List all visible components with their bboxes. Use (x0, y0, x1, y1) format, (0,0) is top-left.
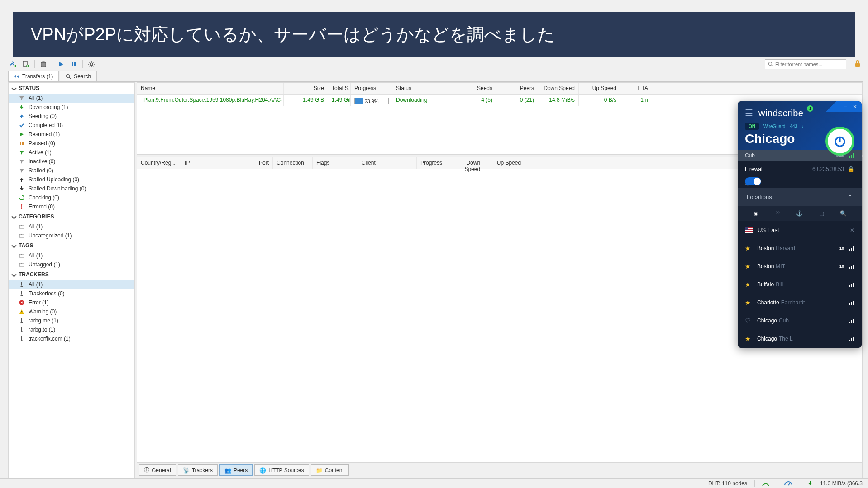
sidebar-item[interactable]: Stalled Downloading (0) (9, 184, 134, 193)
categories-header[interactable]: CATEGORIES (9, 211, 134, 222)
tab-content[interactable]: 📁Content (311, 464, 349, 476)
resume-button[interactable] (57, 60, 65, 68)
vpn-server-item[interactable]: ★ CharlotteEarnhardt (738, 294, 862, 312)
compass-icon[interactable]: ◉ (751, 210, 760, 217)
tab-search[interactable]: Search (60, 71, 97, 81)
heart-icon[interactable]: ♡ (773, 210, 782, 217)
network-icon (762, 481, 769, 486)
search-icon[interactable]: 🔍 (839, 210, 848, 217)
col-ip[interactable]: IP (181, 157, 255, 169)
tab-general[interactable]: ⓘGeneral (139, 464, 176, 476)
delete-button[interactable] (39, 60, 48, 68)
chevron-right-icon[interactable]: › (802, 124, 803, 129)
lock-icon[interactable] (854, 60, 863, 69)
port-label[interactable]: 443 (790, 124, 797, 129)
col-client[interactable]: Client (358, 157, 417, 169)
status-header[interactable]: STATUS (9, 83, 134, 94)
sidebar-item-label: Trackerless (0) (29, 290, 65, 297)
sidebar-item[interactable]: trackerfix.com (1) (9, 334, 134, 343)
col-eta[interactable]: ETA (620, 83, 652, 94)
col-down-speed[interactable]: Down Speed (538, 83, 579, 94)
sidebar-item[interactable]: Trackerless (0) (9, 289, 134, 298)
vpn-window[interactable]: − ✕ ☰ windscribe 1 ON WireGuard 443 › Ch… (738, 101, 862, 348)
config-icon[interactable]: ▢ (817, 210, 826, 217)
star-icon[interactable]: ★ (745, 299, 751, 306)
sidebar-item[interactable]: Stalled (0) (9, 166, 134, 175)
tab-trackers[interactable]: 📡Trackers (178, 464, 218, 476)
star-icon[interactable]: ★ (745, 281, 751, 288)
vpn-server-item[interactable]: ★ BuffaloBill (738, 275, 862, 294)
star-icon[interactable]: ★ (745, 335, 751, 342)
sidebar-item[interactable]: Downloading (1) (9, 103, 134, 112)
sidebar-item[interactable]: Checking (0) (9, 193, 134, 202)
col-peer-down[interactable]: Down Speed (446, 157, 484, 169)
protocol-label[interactable]: WireGuard (763, 124, 785, 129)
sidebar: STATUS All (1)Downloading (1)Seeding (0)… (8, 82, 135, 478)
heart-icon[interactable]: ♡ (745, 317, 751, 324)
col-up-speed[interactable]: Up Speed (579, 83, 620, 94)
close-icon[interactable]: ✕ (850, 227, 854, 233)
sidebar-item[interactable]: Untagged (1) (9, 260, 134, 269)
pause-button[interactable] (70, 60, 78, 68)
minimize-button[interactable]: − (844, 103, 847, 110)
sidebar-item[interactable]: Paused (0) (9, 139, 134, 148)
filter-input[interactable] (775, 62, 843, 67)
col-peer-up[interactable]: Up Speed (484, 157, 525, 169)
settings-button[interactable] (87, 60, 95, 68)
sidebar-item[interactable]: Inactive (0) (9, 157, 134, 166)
col-total-size[interactable]: Total S... (328, 83, 351, 94)
col-peers[interactable]: Peers (496, 83, 538, 94)
locations-label: Locations (747, 194, 772, 200)
power-button[interactable] (825, 127, 854, 156)
col-port[interactable]: Port (255, 157, 273, 169)
tab-http-sources[interactable]: 🌐HTTP Sources (254, 464, 309, 476)
sidebar-item[interactable]: Active (1) (9, 148, 134, 157)
http-icon: 🌐 (259, 467, 266, 474)
close-button[interactable]: ✕ (853, 104, 857, 110)
sidebar-item[interactable]: Stalled Uploading (0) (9, 175, 134, 184)
locations-header[interactable]: Locations ⌄ (738, 188, 862, 206)
col-flags[interactable]: Flags (313, 157, 358, 169)
sidebar-item[interactable]: All (1) (9, 94, 134, 103)
sidebar-item[interactable]: Error (1) (9, 298, 134, 307)
sidebar-item[interactable]: Completed (0) (9, 121, 134, 130)
col-connection[interactable]: Connection (273, 157, 313, 169)
col-progress[interactable]: Progress (351, 83, 392, 94)
region-header[interactable]: US East ✕ (738, 221, 862, 239)
trackers-header[interactable]: TRACKERS (9, 269, 134, 280)
firewall-toggle[interactable] (745, 177, 761, 185)
vpn-server-item[interactable]: ★ ChicagoThe L (738, 330, 862, 348)
tab-transfers[interactable]: Transfers (1) (8, 71, 59, 81)
col-peer-progress[interactable]: Progress (417, 157, 446, 169)
star-icon[interactable]: ★ (745, 245, 751, 252)
sidebar-item[interactable]: All (1) (9, 280, 134, 289)
sidebar-item[interactable]: Seeding (0) (9, 112, 134, 121)
banner-text: VPNがP2Pに対応しているか、サーバーはどうかなどを調べました (31, 23, 555, 46)
sidebar-item[interactable]: All (1) (9, 222, 134, 231)
sidebar-item[interactable]: Resumed (1) (9, 130, 134, 139)
tags-header[interactable]: TAGS (9, 240, 134, 251)
col-name[interactable]: Name (137, 83, 284, 94)
vpn-server-item[interactable]: ♡ ChicagoCub (738, 312, 862, 330)
vpn-server-item[interactable]: ★ BostonMIT 10 (738, 257, 862, 275)
anchor-icon[interactable]: ⚓ (795, 210, 804, 217)
add-torrent-link-button[interactable] (9, 60, 17, 68)
star-icon[interactable]: ★ (745, 263, 751, 270)
sidebar-item[interactable]: rarbg.to (1) (9, 325, 134, 334)
add-torrent-file-button[interactable] (22, 60, 30, 68)
menu-button[interactable]: ☰ (745, 108, 753, 118)
tab-peers[interactable]: 👥Peers (219, 464, 253, 476)
sidebar-item[interactable]: !Errored (0) (9, 202, 134, 211)
filter-box[interactable] (765, 59, 846, 69)
col-country[interactable]: Country/Regi... (137, 157, 181, 169)
vpn-server-item[interactable]: ★ BostonHarvard 10 (738, 239, 862, 257)
col-size[interactable]: Size (284, 83, 328, 94)
toolbar-divider (52, 60, 52, 68)
sidebar-item[interactable]: All (1) (9, 251, 134, 260)
sidebar-item[interactable]: Uncategorized (1) (9, 231, 134, 240)
col-status[interactable]: Status (392, 83, 469, 94)
download-icon (807, 481, 813, 486)
sidebar-item[interactable]: rarbg.me (1) (9, 316, 134, 325)
col-seeds[interactable]: Seeds (469, 83, 496, 94)
sidebar-item[interactable]: Warning (0) (9, 307, 134, 316)
